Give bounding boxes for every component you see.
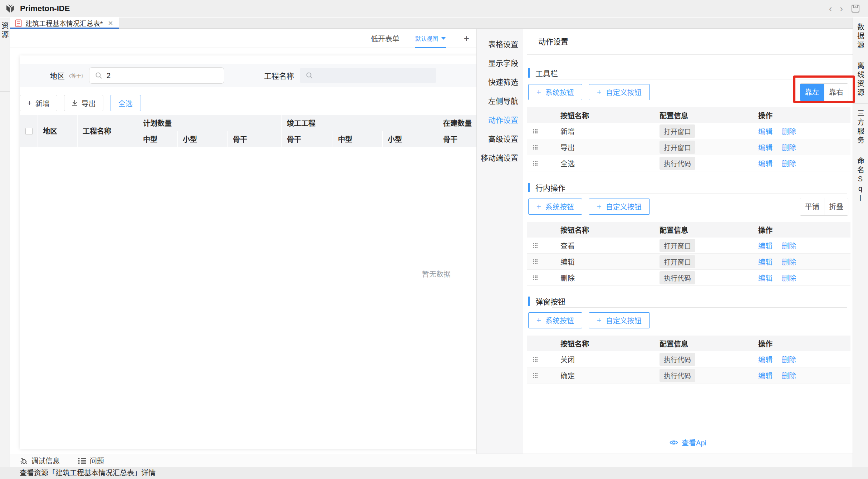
plus-icon [536, 316, 541, 325]
tile-toggle[interactable]: 平铺 [800, 198, 824, 215]
align-left-toggle[interactable]: 靠左 [800, 84, 824, 101]
table-row: 删除 执行代码 编辑删除 [527, 270, 850, 286]
column-group-planned: 计划数量 [138, 115, 282, 131]
section-toolbar: 工具栏 系统按钮 自定义按钮 靠左 靠右 按钮 [523, 68, 853, 171]
right-rail-item-offline[interactable]: 离线资源 [853, 56, 868, 104]
plus-icon [536, 88, 541, 97]
edit-link[interactable]: 编辑 [758, 126, 773, 136]
drag-handle-icon[interactable] [533, 373, 538, 378]
preview-table: 地区 工程名称 计划数量 竣工工程 在建数量 中型 小型 骨干 骨干 中型 小型… [20, 115, 476, 147]
edit-link[interactable]: 编辑 [758, 354, 773, 365]
drag-handle-icon[interactable] [533, 145, 538, 150]
drag-handle-icon[interactable] [533, 243, 538, 248]
button-name: 新增 [560, 126, 659, 136]
plus-icon [597, 88, 602, 97]
collapse-toggle[interactable]: 折叠 [824, 198, 848, 215]
view-selector[interactable]: 默认视图 [415, 29, 446, 48]
panel-title: 动作设置 [527, 29, 853, 55]
edit-link[interactable]: 编辑 [758, 142, 773, 152]
subcolumn-medium: 中型 [138, 131, 178, 147]
button-name: 全选 [560, 158, 659, 168]
right-rail-item-namedsql[interactable]: 命名Sql [853, 151, 868, 210]
nav-item-display-fields[interactable]: 显示字段 [477, 54, 523, 73]
tab-report[interactable]: 建筑工程基本情况汇总表* ✕ [10, 18, 119, 29]
select-all-button[interactable]: 全选 [110, 95, 141, 111]
add-record-button[interactable]: 新增 [20, 95, 57, 111]
nav-back-icon[interactable]: ‹ [829, 4, 832, 13]
debug-info-button[interactable]: 调试信息 [20, 455, 60, 466]
edit-link[interactable]: 编辑 [758, 370, 773, 381]
document-icon [15, 19, 22, 27]
project-name-search-input[interactable] [300, 68, 436, 83]
column-group-in-progress: 在建数量 [438, 115, 476, 131]
region-filter-operator: 〈等于〉 [66, 72, 86, 79]
search-icon [306, 72, 313, 79]
eye-icon [670, 439, 678, 446]
right-rail: 数据源 离线资源 三方服务 命名Sql [853, 18, 868, 467]
save-icon[interactable] [851, 4, 860, 13]
drag-handle-icon[interactable] [533, 357, 538, 362]
nav-item-left-navigation[interactable]: 左侧导航 [477, 92, 523, 111]
add-system-button[interactable]: 系统按钮 [528, 84, 582, 100]
add-system-button[interactable]: 系统按钮 [528, 312, 582, 328]
right-rail-item-datasource[interactable]: 数据源 [853, 18, 868, 56]
problems-button[interactable]: 问题 [78, 455, 104, 466]
align-right-toggle[interactable]: 靠右 [824, 84, 848, 101]
app-logo-icon [5, 3, 16, 14]
add-custom-button[interactable]: 自定义按钮 [589, 84, 650, 100]
subcolumn-backbone: 骨干 [438, 131, 476, 147]
delete-link[interactable]: 删除 [782, 354, 796, 365]
designer-canvas: 低开表单 默认视图 + 地区 〈等于〉 [10, 29, 476, 454]
region-search-input[interactable]: 2 [89, 67, 224, 84]
export-button[interactable]: 导出 [64, 95, 103, 111]
title-bar: Primeton-IDE ‹ › [0, 0, 868, 17]
drag-handle-icon[interactable] [533, 275, 538, 280]
add-system-button[interactable]: 系统按钮 [528, 199, 582, 215]
delete-link[interactable]: 删除 [782, 256, 796, 267]
layout-toggle-group: 平铺 折叠 [800, 198, 848, 216]
add-custom-button[interactable]: 自定义按钮 [589, 312, 650, 328]
download-icon [72, 99, 78, 107]
nav-item-quick-filter[interactable]: 快速筛选 [477, 73, 523, 92]
delete-link[interactable]: 删除 [782, 126, 796, 136]
view-api-link[interactable]: 查看Api [523, 437, 853, 448]
edit-link[interactable]: 编辑 [758, 256, 773, 267]
table-row: 导出 打开窗口 编辑删除 [527, 139, 850, 155]
add-custom-button[interactable]: 自定义按钮 [589, 199, 650, 215]
nav-forward-icon[interactable]: › [840, 4, 843, 13]
column-header-region: 地区 [38, 115, 78, 147]
delete-link[interactable]: 删除 [782, 158, 796, 168]
button-name: 导出 [560, 142, 659, 152]
drag-handle-icon[interactable] [533, 259, 538, 264]
left-rail-item-resources[interactable]: 资源 [0, 18, 10, 92]
table-row: 确定 执行代码 编辑删除 [527, 367, 850, 383]
nav-item-advanced-settings[interactable]: 高级设置 [477, 129, 523, 148]
status-bar: 查看资源「建筑工程基本情况汇总表」详情 [0, 467, 868, 479]
add-view-button[interactable]: + [462, 33, 471, 44]
tab-close-icon[interactable]: ✕ [108, 19, 113, 27]
nav-item-table-settings[interactable]: 表格设置 [477, 35, 523, 54]
edit-link[interactable]: 编辑 [758, 158, 773, 168]
drag-handle-icon[interactable] [533, 128, 538, 133]
subcolumn-small: 小型 [383, 131, 438, 147]
select-all-checkbox[interactable] [25, 128, 33, 135]
lowcode-form-link[interactable]: 低开表单 [371, 33, 399, 44]
button-name: 查看 [560, 240, 659, 251]
settings-panel: 表格设置 显示字段 快速筛选 左侧导航 动作设置 高级设置 移动端设置 动作设置… [476, 29, 853, 454]
nav-item-action-settings[interactable]: 动作设置 [477, 111, 523, 129]
edit-link[interactable]: 编辑 [758, 240, 773, 251]
list-icon [78, 457, 86, 464]
nav-item-mobile-settings[interactable]: 移动端设置 [477, 148, 523, 167]
delete-link[interactable]: 删除 [782, 370, 796, 381]
drag-handle-icon[interactable] [533, 161, 538, 166]
workspace: 低开表单 默认视图 + 地区 〈等于〉 [10, 29, 853, 454]
edit-link[interactable]: 编辑 [758, 273, 773, 283]
plus-icon [27, 98, 32, 108]
delete-link[interactable]: 删除 [782, 240, 796, 251]
left-rail: 资源 [0, 18, 10, 467]
subcolumn-backbone: 骨干 [228, 131, 282, 147]
delete-link[interactable]: 删除 [782, 142, 796, 152]
right-rail-item-thirdparty[interactable]: 三方服务 [853, 104, 868, 151]
delete-link[interactable]: 删除 [782, 273, 796, 283]
subcolumn-backbone: 骨干 [282, 131, 333, 147]
